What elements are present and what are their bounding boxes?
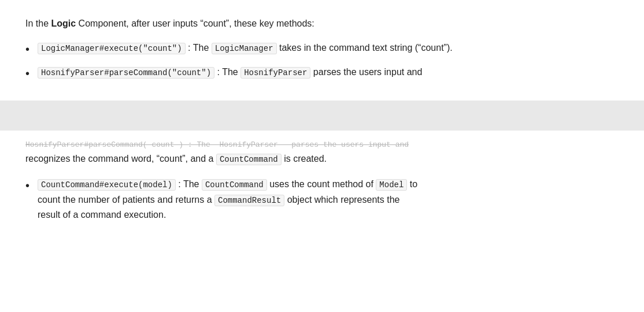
count-text: count the number of patients and returns… bbox=[38, 195, 214, 205]
bold-logic: Logic bbox=[51, 18, 76, 28]
separator-text: : The bbox=[178, 179, 202, 189]
recognizes-paragraph: recognizes the command word, “count”, an… bbox=[25, 151, 619, 166]
list-item-content: LogicManager#execute("count") : The Logi… bbox=[38, 40, 619, 55]
list-item-line3: result of a command execution. bbox=[38, 207, 619, 222]
rest-text: parses the users input and bbox=[313, 67, 423, 77]
page-container: In the Logic Component, after user input… bbox=[0, 0, 644, 312]
code-logicmanager-execute: LogicManager#execute("count") bbox=[38, 43, 186, 54]
list-item: LogicManager#execute("count") : The Logi… bbox=[25, 40, 619, 59]
recognizes-text: recognizes the command word, “count”, an… bbox=[25, 154, 216, 164]
list-item-content: HosnifyParser#parseCommand("count") : Th… bbox=[38, 65, 619, 80]
code-countcommand: CountCommand bbox=[202, 179, 267, 191]
list-item: HosnifyParser#parseCommand("count") : Th… bbox=[25, 65, 619, 83]
code-model: Model bbox=[376, 179, 407, 191]
code-commandresult: CommandResult bbox=[214, 195, 284, 206]
list-item-content: CountCommand#execute(model) : The CountC… bbox=[38, 177, 619, 222]
is-created-text: is created. bbox=[284, 154, 327, 164]
gray-divider bbox=[0, 101, 644, 131]
continuation-line: HosnifyParser#parseCommand( count ) : Th… bbox=[25, 131, 619, 151]
to-text: to bbox=[410, 179, 417, 189]
separator-text: : The bbox=[217, 67, 241, 77]
separator-text: : The bbox=[188, 43, 212, 53]
list-item: CountCommand#execute(model) : The CountC… bbox=[25, 177, 619, 222]
bottom-bullet-list: CountCommand#execute(model) : The CountC… bbox=[25, 177, 619, 222]
object-text: object which represents the bbox=[287, 195, 400, 205]
uses-text: uses the count method of bbox=[269, 179, 376, 189]
list-item-line2: count the number of patients and returns… bbox=[38, 192, 619, 207]
code-logicmanager: LogicManager bbox=[212, 43, 277, 54]
code-hosnifyparser-parse: HosnifyParser#parseCommand("count") bbox=[38, 67, 214, 79]
code-countcommand-created: CountCommand bbox=[216, 154, 282, 165]
list-item-line1: CountCommand#execute(model) : The CountC… bbox=[38, 177, 619, 192]
code-countcommand-execute: CountCommand#execute(model) bbox=[38, 179, 176, 191]
code-hosnifyparser: HosnifyParser bbox=[240, 67, 310, 79]
bottom-section: HosnifyParser#parseCommand( count ) : Th… bbox=[0, 131, 644, 240]
top-section: In the Logic Component, after user input… bbox=[0, 0, 644, 101]
result-text: result of a command execution. bbox=[38, 210, 166, 220]
top-bullet-list: LogicManager#execute("count") : The Logi… bbox=[25, 40, 619, 83]
rest-text: takes in the command text string (“count… bbox=[279, 43, 453, 53]
intro-paragraph: In the Logic Component, after user input… bbox=[25, 16, 619, 31]
